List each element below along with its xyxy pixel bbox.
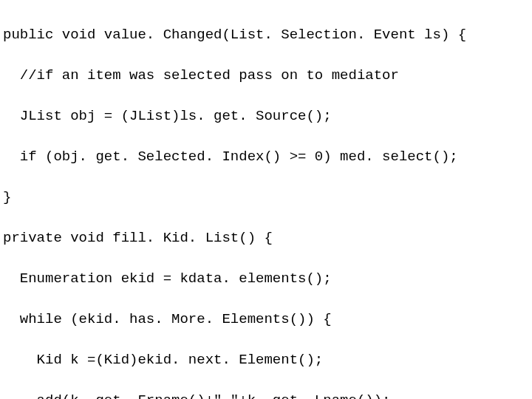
code-line: add(k. get. Frname()+" "+k. get. Lname()…: [3, 391, 529, 399]
code-line: public void value. Changed(List. Selecti…: [3, 25, 529, 46]
code-line: Enumeration ekid = kdata. elements();: [3, 269, 529, 290]
code-line: //if an item was selected pass on to med…: [3, 66, 529, 86]
code-line: while (ekid. has. More. Elements()) {: [3, 310, 529, 330]
code-block: public void value. Changed(List. Selecti…: [0, 0, 532, 399]
code-line: }: [3, 188, 529, 208]
code-line: if (obj. get. Selected. Index() >= 0) me…: [3, 147, 529, 168]
code-line: Kid k =(Kid)ekid. next. Element();: [3, 350, 529, 371]
code-line: JList obj = (JList)ls. get. Source();: [3, 106, 529, 127]
code-line: private void fill. Kid. List() {: [3, 228, 529, 249]
